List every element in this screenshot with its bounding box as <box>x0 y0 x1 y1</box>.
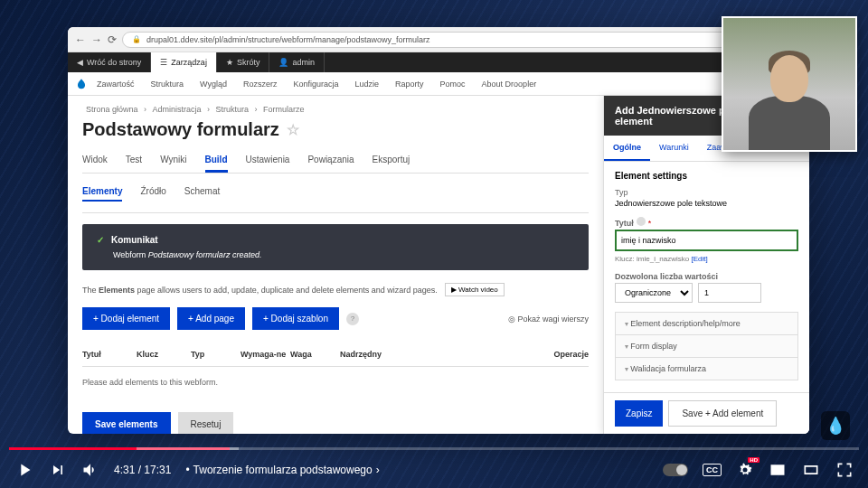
help-dot-icon[interactable] <box>637 217 646 226</box>
action-row: + Dodaj element + Add page + Dodaj szabl… <box>82 307 589 330</box>
title-input[interactable] <box>615 230 798 251</box>
drupal-topbar: ◀ Wróć do strony ☰ Zarządzaj ★ Skróty 👤 … <box>68 52 809 72</box>
tab-settings[interactable]: Ustawienia <box>246 149 290 173</box>
sidebar-section-title: Element settings <box>615 171 798 181</box>
subtab-schema[interactable]: Schemat <box>184 183 220 202</box>
admin-droopler[interactable]: About Droopler <box>475 80 544 89</box>
star-icon[interactable]: ☆ <box>287 121 299 138</box>
time-display: 4:31 / 17:31 <box>114 464 171 476</box>
volume-icon[interactable] <box>81 461 99 479</box>
reload-icon[interactable]: ⟳ <box>108 33 117 46</box>
miniplayer-icon[interactable] <box>769 461 787 479</box>
table-header: Tytuł Klucz Typ Wymaga-ne Waga Nadrzędny… <box>82 343 589 367</box>
tab-references[interactable]: Powiązania <box>307 149 354 173</box>
subtab-elements[interactable]: Elementy <box>82 183 122 202</box>
url-bar[interactable]: 🔒 drupal01.ddev.site/pl/admin/structure/… <box>122 32 802 48</box>
admin-config[interactable]: Konfiguracja <box>286 80 345 89</box>
theater-icon[interactable] <box>801 461 821 479</box>
forward-icon[interactable]: → <box>91 33 102 46</box>
side-tab-conditions[interactable]: Warunki <box>650 136 698 161</box>
accordion-form-display[interactable]: Form display <box>615 334 798 358</box>
add-template-button[interactable]: + Dodaj szablon <box>252 307 339 330</box>
admin-reports[interactable]: Raporty <box>388 80 431 89</box>
check-icon: ✓ <box>97 235 104 245</box>
edit-key-link[interactable]: [Edit] <box>692 255 708 263</box>
show-weights-link[interactable]: ◎ Pokaż wagi wierszy <box>508 314 589 324</box>
admin-content[interactable]: Zawartość <box>90 80 142 89</box>
play-icon[interactable] <box>14 460 34 480</box>
hd-badge: HD <box>748 457 760 463</box>
empty-table-text: Please add elements to this webform. <box>82 367 589 398</box>
sidebar-save-add-button[interactable]: Save + Add element <box>668 400 777 427</box>
allowed-number-input[interactable] <box>698 283 761 303</box>
webcam-overlay <box>722 16 857 152</box>
subtab-source[interactable]: Źródło <box>140 183 165 202</box>
shortcuts-link[interactable]: ★ Skróty <box>217 52 270 72</box>
admin-structure[interactable]: Struktura <box>144 80 192 89</box>
progress-bar[interactable] <box>9 447 859 450</box>
sidebar-save-button[interactable]: Zapisz <box>615 400 663 427</box>
add-element-button[interactable]: + Dodaj element <box>82 307 170 330</box>
status-message: ✓Komunikat Webform Podstawowy formularz … <box>82 224 589 270</box>
add-page-button[interactable]: + Add page <box>177 307 245 330</box>
admin-extend[interactable]: Rozszerz <box>236 80 285 89</box>
drupal-logo-icon <box>75 78 88 90</box>
lock-icon: 🔒 <box>132 35 141 43</box>
reset-button[interactable]: Resetuj <box>178 412 234 434</box>
breadcrumb: Strona główna › Administracja › Struktur… <box>82 105 589 114</box>
autoplay-toggle[interactable] <box>663 464 688 476</box>
chrome-toolbar: ← → ⟳ 🔒 drupal01.ddev.site/pl/admin/stru… <box>68 27 809 52</box>
next-icon[interactable] <box>49 461 67 479</box>
admin-toolbar: Zawartość Struktura Wygląd Rozszerz Konf… <box>68 72 809 96</box>
accordion-description[interactable]: Element description/help/more <box>615 312 798 335</box>
settings-icon[interactable]: HD <box>736 461 754 479</box>
tab-results[interactable]: Wyniki <box>160 149 186 173</box>
watermark-icon: 💧 <box>821 411 850 440</box>
admin-appearance[interactable]: Wygląd <box>193 80 234 89</box>
tab-test[interactable]: Test <box>126 149 142 173</box>
help-text: The Elements page allows users to add, u… <box>82 283 589 296</box>
back-icon[interactable]: ← <box>75 33 86 46</box>
admin-people[interactable]: Ludzie <box>348 80 387 89</box>
manage-toggle[interactable]: ☰ Zarządzaj <box>151 52 217 72</box>
chevron-right-icon: › <box>376 464 380 476</box>
accordion-validation[interactable]: Walidacja formularza <box>615 357 798 380</box>
tab-export[interactable]: Eksportuj <box>373 149 410 173</box>
tab-view[interactable]: Widok <box>82 149 108 173</box>
back-to-site[interactable]: ◀ Wróć do strony <box>68 52 151 72</box>
secondary-tabs: Elementy Źródło Schemat <box>82 183 589 202</box>
side-tab-general[interactable]: Ogólne <box>604 136 650 161</box>
help-icon[interactable]: ? <box>346 313 359 325</box>
main-content: Strona główna › Administracja › Struktur… <box>68 96 603 434</box>
allowed-select[interactable]: Ograniczone <box>615 283 693 303</box>
key-text: Klucz: imie_i_nazwisko [Edit] <box>615 255 798 263</box>
user-link[interactable]: 👤 admin <box>269 52 325 72</box>
url-text: drupal01.ddev.site/pl/admin/structure/we… <box>146 35 430 44</box>
player-controls: 4:31 / 17:31 • Tworzenie formularza pods… <box>0 452 868 488</box>
cc-button[interactable]: CC <box>703 464 722 476</box>
primary-tabs: Widok Test Wyniki Build Ustawienia Powią… <box>82 149 589 174</box>
save-elements-button[interactable]: Save elements <box>82 412 171 434</box>
page-title: Podstawowy formularz ☆ <box>82 119 589 140</box>
browser-window: ← → ⟳ 🔒 drupal01.ddev.site/pl/admin/stru… <box>68 27 809 434</box>
tab-build[interactable]: Build <box>205 149 228 173</box>
watch-video-button[interactable]: ▶ Watch video <box>445 283 505 296</box>
fullscreen-icon[interactable] <box>835 461 854 479</box>
admin-help[interactable]: Pomoc <box>433 80 473 89</box>
chapter-title[interactable]: • Tworzenie formularza podstawowego › <box>185 464 379 476</box>
